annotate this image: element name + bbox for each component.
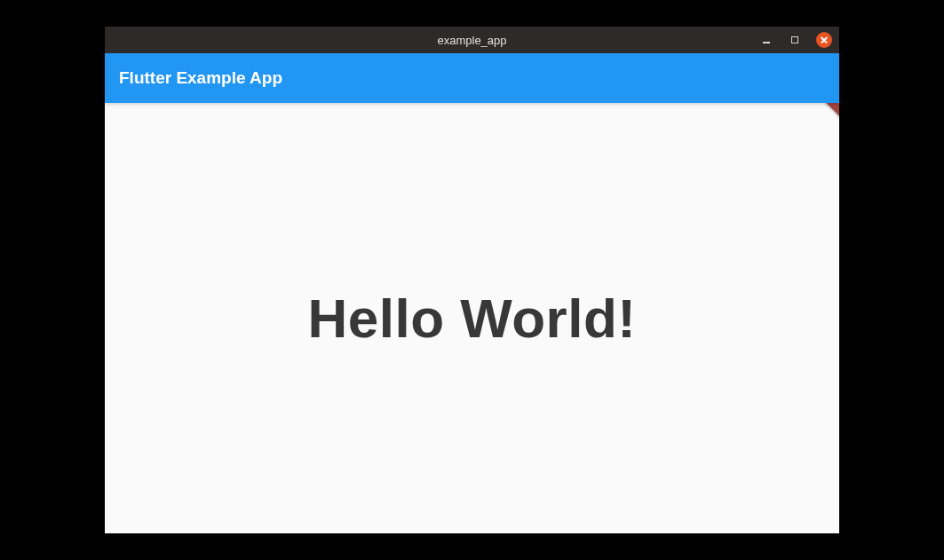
app-client-area: Flutter Example App Hello World! DEBUG xyxy=(105,53,839,533)
app-body: Hello World! xyxy=(105,103,839,533)
close-icon[interactable] xyxy=(816,32,832,48)
application-window: example_app Flutter Example App Hello Wo… xyxy=(105,27,839,533)
window-title: example_app xyxy=(437,34,506,47)
app-bar-title: Flutter Example App xyxy=(119,68,282,88)
window-titlebar: example_app xyxy=(105,27,839,53)
maximize-icon[interactable] xyxy=(788,33,802,47)
window-controls xyxy=(759,27,832,53)
hello-world-text: Hello World! xyxy=(308,287,637,350)
app-bar: Flutter Example App xyxy=(105,53,839,103)
minimize-icon[interactable] xyxy=(759,33,773,47)
